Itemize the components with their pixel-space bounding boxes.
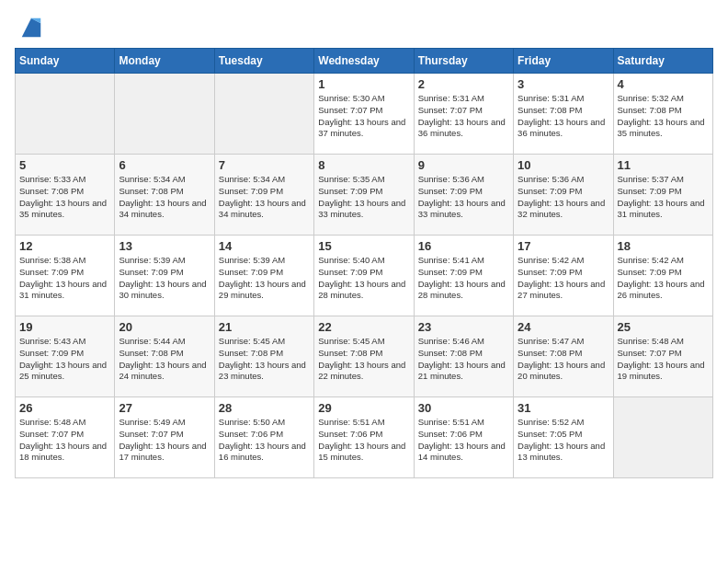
day-number: 27 <box>119 401 210 415</box>
day-number: 23 <box>418 320 509 334</box>
day-number: 14 <box>219 239 310 253</box>
day-cell: 19Sunrise: 5:43 AM Sunset: 7:09 PM Dayli… <box>16 316 115 397</box>
day-info: Sunrise: 5:33 AM Sunset: 7:08 PM Dayligh… <box>19 174 110 221</box>
day-cell: 26Sunrise: 5:48 AM Sunset: 7:07 PM Dayli… <box>16 397 115 478</box>
weekday-header-wednesday: Wednesday <box>314 49 414 74</box>
day-cell: 5Sunrise: 5:33 AM Sunset: 7:08 PM Daylig… <box>16 155 115 236</box>
weekday-header-tuesday: Tuesday <box>214 49 313 74</box>
day-cell: 25Sunrise: 5:48 AM Sunset: 7:07 PM Dayli… <box>613 316 712 397</box>
day-cell: 10Sunrise: 5:36 AM Sunset: 7:09 PM Dayli… <box>514 155 613 236</box>
day-number: 16 <box>418 239 509 253</box>
day-info: Sunrise: 5:30 AM Sunset: 7:07 PM Dayligh… <box>318 93 409 140</box>
page-header <box>15 15 713 40</box>
day-info: Sunrise: 5:34 AM Sunset: 7:09 PM Dayligh… <box>219 174 310 221</box>
day-number: 10 <box>518 158 609 172</box>
day-number: 24 <box>518 320 609 334</box>
day-info: Sunrise: 5:38 AM Sunset: 7:09 PM Dayligh… <box>19 255 110 302</box>
day-cell: 4Sunrise: 5:32 AM Sunset: 7:08 PM Daylig… <box>613 74 712 155</box>
day-cell: 2Sunrise: 5:31 AM Sunset: 7:07 PM Daylig… <box>414 74 513 155</box>
day-info: Sunrise: 5:31 AM Sunset: 7:07 PM Dayligh… <box>418 93 509 140</box>
day-cell: 9Sunrise: 5:36 AM Sunset: 7:09 PM Daylig… <box>414 155 513 236</box>
day-info: Sunrise: 5:34 AM Sunset: 7:08 PM Dayligh… <box>119 174 210 221</box>
day-info: Sunrise: 5:48 AM Sunset: 7:07 PM Dayligh… <box>19 417 110 464</box>
day-number: 4 <box>618 77 709 91</box>
day-cell: 28Sunrise: 5:50 AM Sunset: 7:06 PM Dayli… <box>214 397 313 478</box>
week-row-4: 19Sunrise: 5:43 AM Sunset: 7:09 PM Dayli… <box>16 316 713 397</box>
day-cell: 14Sunrise: 5:39 AM Sunset: 7:09 PM Dayli… <box>214 236 313 316</box>
day-cell: 18Sunrise: 5:42 AM Sunset: 7:09 PM Dayli… <box>613 236 712 316</box>
weekday-header-saturday: Saturday <box>613 49 712 74</box>
day-number: 25 <box>618 320 709 334</box>
day-number: 31 <box>518 401 609 415</box>
day-info: Sunrise: 5:35 AM Sunset: 7:09 PM Dayligh… <box>318 174 409 221</box>
day-cell: 24Sunrise: 5:47 AM Sunset: 7:08 PM Dayli… <box>514 316 613 397</box>
day-info: Sunrise: 5:49 AM Sunset: 7:07 PM Dayligh… <box>119 417 210 464</box>
day-cell <box>613 397 712 478</box>
weekday-header-friday: Friday <box>514 49 613 74</box>
day-cell: 1Sunrise: 5:30 AM Sunset: 7:07 PM Daylig… <box>314 74 414 155</box>
weekday-header-monday: Monday <box>115 49 214 74</box>
day-cell: 17Sunrise: 5:42 AM Sunset: 7:09 PM Dayli… <box>514 236 613 316</box>
day-info: Sunrise: 5:31 AM Sunset: 7:08 PM Dayligh… <box>518 93 609 140</box>
day-info: Sunrise: 5:39 AM Sunset: 7:09 PM Dayligh… <box>119 255 210 302</box>
day-info: Sunrise: 5:47 AM Sunset: 7:08 PM Dayligh… <box>518 336 609 383</box>
day-number: 13 <box>119 239 210 253</box>
day-cell: 22Sunrise: 5:45 AM Sunset: 7:08 PM Dayli… <box>314 316 414 397</box>
day-number: 15 <box>318 239 409 253</box>
day-number: 12 <box>19 239 110 253</box>
day-cell: 3Sunrise: 5:31 AM Sunset: 7:08 PM Daylig… <box>514 74 613 155</box>
weekday-header-sunday: Sunday <box>16 49 115 74</box>
day-cell: 11Sunrise: 5:37 AM Sunset: 7:09 PM Dayli… <box>613 155 712 236</box>
weekday-header-thursday: Thursday <box>414 49 513 74</box>
day-cell: 23Sunrise: 5:46 AM Sunset: 7:08 PM Dayli… <box>414 316 513 397</box>
day-cell <box>16 74 115 155</box>
weekday-header-row: SundayMondayTuesdayWednesdayThursdayFrid… <box>16 49 713 74</box>
day-info: Sunrise: 5:46 AM Sunset: 7:08 PM Dayligh… <box>418 336 509 383</box>
day-cell: 7Sunrise: 5:34 AM Sunset: 7:09 PM Daylig… <box>214 155 313 236</box>
day-cell: 29Sunrise: 5:51 AM Sunset: 7:06 PM Dayli… <box>314 397 414 478</box>
day-cell: 31Sunrise: 5:52 AM Sunset: 7:05 PM Dayli… <box>514 397 613 478</box>
day-cell: 15Sunrise: 5:40 AM Sunset: 7:09 PM Dayli… <box>314 236 414 316</box>
day-cell: 30Sunrise: 5:51 AM Sunset: 7:06 PM Dayli… <box>414 397 513 478</box>
day-info: Sunrise: 5:41 AM Sunset: 7:09 PM Dayligh… <box>418 255 509 302</box>
week-row-5: 26Sunrise: 5:48 AM Sunset: 7:07 PM Dayli… <box>16 397 713 478</box>
day-info: Sunrise: 5:44 AM Sunset: 7:08 PM Dayligh… <box>119 336 210 383</box>
day-number: 7 <box>219 158 310 172</box>
day-info: Sunrise: 5:52 AM Sunset: 7:05 PM Dayligh… <box>518 417 609 464</box>
week-row-3: 12Sunrise: 5:38 AM Sunset: 7:09 PM Dayli… <box>16 236 713 316</box>
day-info: Sunrise: 5:39 AM Sunset: 7:09 PM Dayligh… <box>219 255 310 302</box>
day-info: Sunrise: 5:51 AM Sunset: 7:06 PM Dayligh… <box>418 417 509 464</box>
day-number: 28 <box>219 401 310 415</box>
day-cell: 27Sunrise: 5:49 AM Sunset: 7:07 PM Dayli… <box>115 397 214 478</box>
day-number: 5 <box>19 158 110 172</box>
day-number: 29 <box>318 401 409 415</box>
day-number: 30 <box>418 401 509 415</box>
day-cell <box>115 74 214 155</box>
day-number: 20 <box>119 320 210 334</box>
day-info: Sunrise: 5:50 AM Sunset: 7:06 PM Dayligh… <box>219 417 310 464</box>
day-cell: 12Sunrise: 5:38 AM Sunset: 7:09 PM Dayli… <box>16 236 115 316</box>
day-cell <box>214 74 313 155</box>
day-number: 1 <box>318 77 409 91</box>
day-cell: 16Sunrise: 5:41 AM Sunset: 7:09 PM Dayli… <box>414 236 513 316</box>
day-number: 11 <box>618 158 709 172</box>
day-cell: 21Sunrise: 5:45 AM Sunset: 7:08 PM Dayli… <box>214 316 313 397</box>
day-number: 26 <box>19 401 110 415</box>
day-info: Sunrise: 5:36 AM Sunset: 7:09 PM Dayligh… <box>418 174 509 221</box>
day-cell: 6Sunrise: 5:34 AM Sunset: 7:08 PM Daylig… <box>115 155 214 236</box>
day-cell: 8Sunrise: 5:35 AM Sunset: 7:09 PM Daylig… <box>314 155 414 236</box>
calendar-table: SundayMondayTuesdayWednesdayThursdayFrid… <box>15 48 713 478</box>
day-cell: 20Sunrise: 5:44 AM Sunset: 7:08 PM Dayli… <box>115 316 214 397</box>
day-info: Sunrise: 5:40 AM Sunset: 7:09 PM Dayligh… <box>318 255 409 302</box>
day-info: Sunrise: 5:42 AM Sunset: 7:09 PM Dayligh… <box>518 255 609 302</box>
day-number: 9 <box>418 158 509 172</box>
week-row-2: 5Sunrise: 5:33 AM Sunset: 7:08 PM Daylig… <box>16 155 713 236</box>
day-number: 2 <box>418 77 509 91</box>
day-number: 17 <box>518 239 609 253</box>
day-info: Sunrise: 5:45 AM Sunset: 7:08 PM Dayligh… <box>219 336 310 383</box>
calendar-body: 1Sunrise: 5:30 AM Sunset: 7:07 PM Daylig… <box>16 74 713 478</box>
week-row-1: 1Sunrise: 5:30 AM Sunset: 7:07 PM Daylig… <box>16 74 713 155</box>
calendar-header: SundayMondayTuesdayWednesdayThursdayFrid… <box>16 49 713 74</box>
day-number: 3 <box>518 77 609 91</box>
logo <box>15 15 44 40</box>
